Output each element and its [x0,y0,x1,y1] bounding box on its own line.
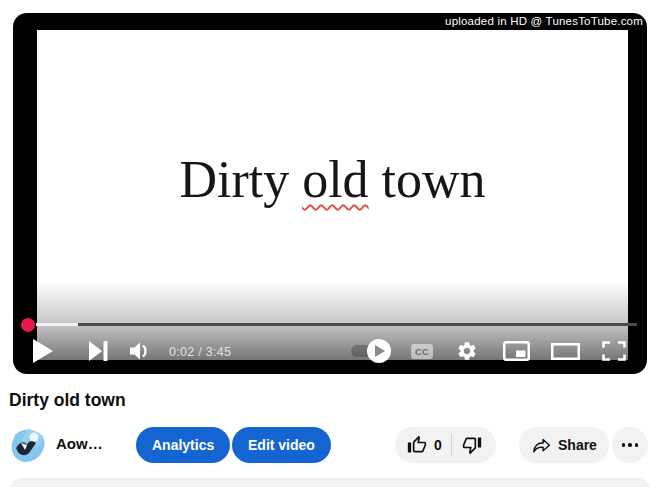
edit-video-button[interactable]: Edit video [232,427,331,463]
channel-avatar-art [8,426,46,464]
fullscreen-button[interactable] [602,341,626,361]
video-content-text: Dirty old town [37,150,628,209]
uploader-watermark: uploaded in HD @ TunesToTube.com [445,15,643,27]
progress-bar[interactable] [36,323,637,326]
miniplayer-icon [503,341,530,361]
thumb-up-icon [407,435,427,455]
controls-gradient [37,282,628,360]
progress-bar-loaded [36,323,78,326]
volume-icon [128,340,152,362]
next-icon [89,341,108,361]
next-button[interactable] [89,341,108,361]
play-icon [33,339,53,363]
playhead-dot[interactable] [21,318,35,332]
theater-mode-icon [551,343,580,360]
video-word-1: Dirty [179,151,289,208]
channel-name[interactable]: Aow… [56,435,103,452]
share-button[interactable]: Share [519,427,609,463]
video-title: Dirty old town [9,390,126,411]
autoplay-knob [367,339,391,363]
like-count: 0 [434,437,442,453]
like-button[interactable]: 0 [395,427,451,463]
mute-button[interactable] [128,340,152,362]
fullscreen-icon [602,341,626,361]
analytics-button[interactable]: Analytics [136,427,230,463]
ellipsis-icon [622,443,626,447]
settings-button[interactable] [456,340,478,362]
video-word-3: town [382,151,486,208]
share-arrow-icon [531,435,552,456]
subtitles-button[interactable]: CC [411,344,433,359]
thumb-down-icon [462,435,482,455]
share-label: Share [558,437,597,453]
time-display: 0:02 / 3:45 [169,345,231,359]
gear-icon [456,340,478,362]
cc-icon: CC [415,347,429,357]
play-button[interactable] [33,339,53,363]
autoplay-play-icon [374,345,385,357]
description-box[interactable] [10,478,650,487]
channel-avatar[interactable] [8,426,46,464]
more-actions-button[interactable] [612,427,648,463]
video-word-2: old [302,151,368,208]
youtube-watch-page: uploaded in HD @ TunesToTube.com Dirty o… [0,0,660,487]
theater-mode-button[interactable] [551,343,580,360]
miniplayer-button[interactable] [503,341,530,361]
dislike-button[interactable] [452,427,496,463]
autoplay-toggle[interactable] [351,345,389,357]
like-dislike-group: 0 [395,427,496,463]
